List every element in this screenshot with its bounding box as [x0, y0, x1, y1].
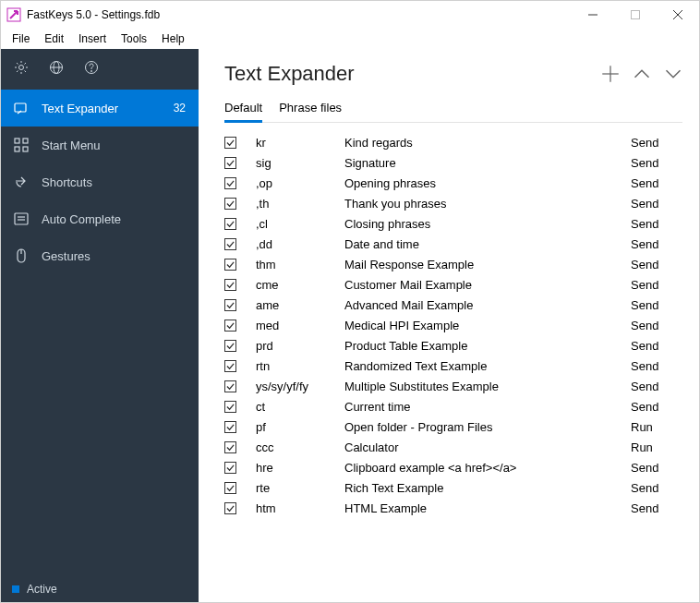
row-description: Signature — [344, 156, 631, 170]
menu-insert[interactable]: Insert — [71, 30, 114, 47]
tab-default[interactable]: Default — [224, 95, 262, 122]
row-trigger: pf — [252, 420, 344, 434]
close-button[interactable] — [657, 1, 699, 29]
row-checkbox[interactable] — [224, 157, 252, 169]
row-action: Send — [631, 380, 682, 393]
row-checkbox[interactable] — [224, 279, 252, 291]
table-row[interactable]: hreClipboard example <a href></a>Send — [224, 457, 682, 477]
row-trigger: kr — [252, 136, 344, 150]
sidebar-item-start-menu[interactable]: Start Menu — [1, 127, 199, 163]
sidebar-item-auto-complete[interactable]: Auto Complete — [1, 200, 199, 237]
row-checkbox[interactable] — [224, 238, 252, 250]
move-down-button[interactable] — [664, 65, 682, 83]
table-row[interactable]: ctCurrent timeSend — [224, 396, 682, 416]
row-trigger: ys/sy/yf/fy — [252, 380, 344, 393]
table-row[interactable]: thmMail Response ExampleSend — [224, 254, 682, 274]
row-checkbox[interactable] — [224, 177, 252, 189]
row-trigger: ,op — [252, 176, 344, 190]
table-row[interactable]: ,clClosing phrasesSend — [224, 213, 682, 234]
gear-icon[interactable] — [14, 60, 29, 75]
globe-icon[interactable] — [49, 60, 64, 75]
row-checkbox[interactable] — [224, 421, 252, 433]
table-row[interactable]: pfOpen folder - Program FilesRun — [224, 416, 682, 437]
row-trigger: prd — [252, 339, 344, 353]
row-description: Advanced Mail Example — [344, 298, 631, 312]
row-checkbox[interactable] — [224, 218, 252, 230]
table-row[interactable]: krKind regardsSend — [224, 132, 682, 152]
nav-label: Auto Complete — [42, 212, 186, 226]
nav-count: 32 — [174, 102, 186, 115]
row-action: Send — [631, 461, 682, 475]
row-action: Send — [631, 359, 682, 373]
table-row[interactable]: ,thThank you phrasesSend — [224, 193, 682, 213]
page-title: Text Expander — [224, 62, 355, 86]
row-checkbox[interactable] — [224, 340, 252, 352]
table-row[interactable]: rtnRandomized Text ExampleSend — [224, 356, 682, 376]
row-checkbox[interactable] — [224, 299, 252, 311]
row-trigger: hre — [252, 461, 344, 475]
row-checkbox[interactable] — [224, 198, 252, 210]
svg-rect-16 — [15, 213, 28, 224]
status-indicator-icon — [12, 585, 19, 593]
maximize-button[interactable] — [614, 1, 657, 29]
row-description: Product Table Example — [344, 339, 631, 353]
svg-rect-13 — [23, 139, 28, 143]
table-row[interactable]: prdProduct Table ExampleSend — [224, 335, 682, 356]
nav-label: Gestures — [42, 249, 186, 263]
svg-rect-2 — [632, 11, 640, 19]
move-up-button[interactable] — [633, 65, 651, 83]
row-action: Send — [631, 481, 682, 495]
table-row[interactable]: ys/sy/yf/fyMultiple Substitutes ExampleS… — [224, 376, 682, 396]
sidebar-item-text-expander[interactable]: Text Expander 32 — [1, 90, 199, 127]
help-icon[interactable] — [84, 60, 99, 75]
table-row[interactable]: ameAdvanced Mail ExampleSend — [224, 295, 682, 315]
row-checkbox[interactable] — [224, 401, 252, 413]
row-action: Send — [631, 501, 682, 515]
table-row[interactable]: ,opOpening phrasesSend — [224, 173, 682, 193]
row-checkbox[interactable] — [224, 137, 252, 149]
row-trigger: cme — [252, 278, 344, 292]
status-label: Active — [27, 583, 57, 596]
menu-edit[interactable]: Edit — [37, 30, 71, 47]
tab-phrase-files[interactable]: Phrase files — [279, 95, 342, 122]
row-action: Send — [631, 319, 682, 332]
row-description: Calculator — [344, 440, 631, 454]
table-row[interactable]: sigSignatureSend — [224, 152, 682, 173]
menu-tools[interactable]: Tools — [114, 30, 154, 47]
table-row[interactable]: medMedical HPI ExampleSend — [224, 315, 682, 335]
row-checkbox[interactable] — [224, 380, 252, 392]
row-trigger: ccc — [252, 440, 344, 454]
table-row[interactable]: rteRich Text ExampleSend — [224, 477, 682, 498]
row-action: Send — [631, 197, 682, 211]
add-button[interactable] — [601, 65, 620, 83]
list-icon — [14, 211, 29, 226]
table-row[interactable]: cmeCustomer Mail ExampleSend — [224, 274, 682, 295]
row-checkbox[interactable] — [224, 441, 252, 453]
row-checkbox[interactable] — [224, 360, 252, 372]
menu-help[interactable]: Help — [154, 30, 192, 47]
table-row[interactable]: htmHTML ExampleSend — [224, 498, 682, 518]
row-description: Date and time — [344, 237, 631, 251]
row-checkbox[interactable] — [224, 482, 252, 494]
mouse-icon — [14, 248, 29, 263]
sidebar-item-gestures[interactable]: Gestures — [1, 237, 199, 274]
nav-label: Shortcuts — [42, 175, 186, 189]
row-checkbox[interactable] — [224, 320, 252, 332]
row-checkbox[interactable] — [224, 502, 252, 514]
row-action: Run — [631, 440, 682, 454]
table-row[interactable]: ,ddDate and timeSend — [224, 234, 682, 254]
minimize-button[interactable] — [572, 1, 614, 29]
row-checkbox[interactable] — [224, 259, 252, 271]
menu-file[interactable]: File — [5, 30, 37, 47]
sidebar-item-shortcuts[interactable]: Shortcuts — [1, 163, 199, 200]
row-description: Customer Mail Example — [344, 278, 631, 292]
table-row[interactable]: cccCalculatorRun — [224, 437, 682, 457]
row-trigger: med — [252, 319, 344, 332]
nav-label: Text Expander — [42, 102, 161, 115]
row-description: Multiple Substitutes Example — [344, 380, 631, 393]
row-checkbox[interactable] — [224, 462, 252, 474]
row-description: Current time — [344, 400, 631, 414]
row-trigger: htm — [252, 501, 344, 515]
row-trigger: sig — [252, 156, 344, 170]
row-trigger: ,dd — [252, 237, 344, 251]
